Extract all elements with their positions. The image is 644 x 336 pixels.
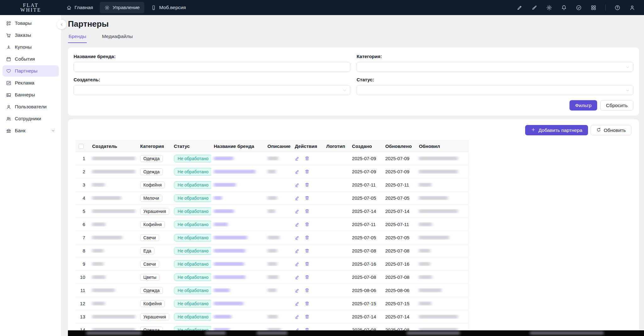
blurred-brand-link[interactable] (214, 183, 236, 187)
actions-cell (292, 261, 324, 267)
created-date-cell: 2025-07-14 (349, 314, 383, 319)
nav-item-management[interactable]: Управление (100, 2, 144, 13)
trash-icon[interactable] (304, 195, 310, 201)
blurred-brand-link[interactable] (214, 262, 244, 266)
blurred-brand-link[interactable] (214, 301, 243, 306)
sidebar-item-users[interactable]: Сотрудники (3, 113, 59, 124)
description-cell (265, 209, 292, 213)
sidebar-item-products-grid[interactable]: Товары (3, 18, 59, 29)
category-chip: Свечи (140, 234, 159, 241)
bell-icon[interactable] (561, 5, 567, 11)
blurred-text (268, 249, 277, 253)
blurred-text (419, 209, 458, 213)
sidebar-item-coupon[interactable]: Купоны (3, 41, 59, 53)
reset-button[interactable]: Сбросить (600, 100, 633, 111)
trash-icon[interactable] (304, 261, 310, 267)
trash-icon[interactable] (304, 314, 310, 319)
top-nav: ГлавнаяУправлениеМоб.версия (62, 2, 191, 13)
creator-cell (90, 209, 138, 213)
blurred-brand-link[interactable] (214, 288, 230, 292)
edit-icon[interactable] (295, 248, 300, 253)
created-date-cell: 2025-07-11 (349, 182, 383, 187)
row-number-cell: 7 (75, 235, 90, 240)
trash-icon[interactable] (304, 301, 310, 306)
blurred-brand-link[interactable] (214, 315, 231, 319)
edit-icon[interactable] (295, 169, 300, 174)
sidebar-item-heart[interactable]: Партнеры (3, 65, 59, 77)
sidebar-item-image[interactable]: Баннеры (3, 89, 59, 100)
trash-icon[interactable] (304, 156, 310, 161)
creator-cell (90, 183, 138, 187)
sidebar-collapse-button[interactable] (57, 20, 66, 29)
creator-select[interactable] (74, 85, 350, 95)
edit-icon[interactable] (295, 222, 300, 227)
blurred-brand-link[interactable] (214, 222, 228, 226)
blurred-brand-link[interactable] (214, 170, 255, 174)
check-circle-icon[interactable] (576, 5, 582, 11)
edit-icon[interactable] (295, 156, 300, 161)
edit-icon[interactable] (295, 182, 300, 187)
blurred-brand-link[interactable] (214, 275, 245, 279)
category-cell: Украшения (138, 208, 171, 215)
refresh-button[interactable]: Обновить (591, 125, 631, 135)
blurred-text (419, 249, 430, 253)
edit-icon[interactable] (295, 288, 300, 293)
blurred-text (92, 249, 103, 253)
row-number-cell: 4 (75, 195, 90, 201)
trash-icon[interactable] (304, 209, 310, 214)
filter-button[interactable]: Фильтр (569, 100, 597, 111)
user-icon[interactable] (629, 5, 635, 11)
nav-item-home[interactable]: Главная (62, 2, 98, 13)
edit-icon[interactable] (295, 209, 300, 214)
edit-icon[interactable] (295, 314, 300, 319)
status-select[interactable] (357, 85, 633, 95)
brand-name-cell (211, 209, 265, 213)
column-header-brand: Название бренда (211, 144, 265, 149)
blurred-brand-link[interactable] (214, 249, 245, 253)
sidebar-item-cart[interactable]: Заказы (3, 30, 59, 41)
tab-bar: Бренды Медиафайлы (68, 31, 639, 43)
status-cell: Не обработано (171, 247, 211, 255)
help-circle-icon[interactable] (614, 5, 620, 11)
trash-icon[interactable] (304, 248, 310, 253)
category-select[interactable] (357, 62, 633, 72)
trash-icon[interactable] (304, 288, 310, 293)
nav-item-mobile[interactable]: Моб.версия (146, 2, 191, 13)
sidebar-item-bank[interactable]: Банк (3, 125, 59, 136)
row-number-cell: 1 (75, 156, 90, 161)
status-badge: Не обработано (174, 168, 211, 176)
status-cell: Не обработано (171, 313, 211, 321)
tab-mediafiles[interactable]: Медиафайлы (101, 31, 133, 43)
trash-icon[interactable] (304, 222, 310, 227)
row-number-cell: 8 (75, 248, 90, 253)
blurred-brand-link[interactable] (214, 156, 233, 160)
sidebar-item-chart[interactable]: Реклама (3, 77, 59, 89)
edit-icon[interactable] (295, 261, 300, 267)
blurred-text (92, 196, 121, 200)
select-all-checkbox[interactable] (79, 144, 84, 149)
add-partner-button[interactable]: Добавить партнера (525, 125, 588, 135)
edit-icon[interactable] (295, 195, 300, 201)
blurred-brand-link[interactable] (214, 209, 234, 213)
apps-grid-icon[interactable] (591, 5, 597, 11)
brush-icon[interactable] (531, 5, 537, 11)
category-chip: Одежда (140, 155, 163, 162)
blurred-text (205, 332, 226, 334)
sidebar-item-calendar[interactable]: События (3, 53, 59, 65)
gear-icon[interactable] (546, 5, 552, 11)
edit-icon[interactable] (295, 274, 300, 280)
edit-icon[interactable] (295, 235, 300, 240)
edit-icon[interactable] (295, 301, 300, 306)
blurred-brand-link[interactable] (214, 236, 247, 240)
sidebar-item-user[interactable]: Пользователи (3, 101, 59, 112)
trash-icon[interactable] (304, 235, 310, 240)
brand-logo[interactable]: FLAT WHITE (0, 3, 62, 12)
status-cell: Не обработано (171, 221, 211, 228)
trash-icon[interactable] (304, 169, 310, 174)
tab-brands[interactable]: Бренды (68, 31, 87, 43)
trash-icon[interactable] (304, 274, 310, 280)
brand-name-input[interactable] (74, 62, 350, 72)
pen-icon[interactable] (517, 5, 523, 11)
trash-icon[interactable] (304, 182, 310, 187)
blurred-brand-link[interactable] (214, 196, 222, 200)
